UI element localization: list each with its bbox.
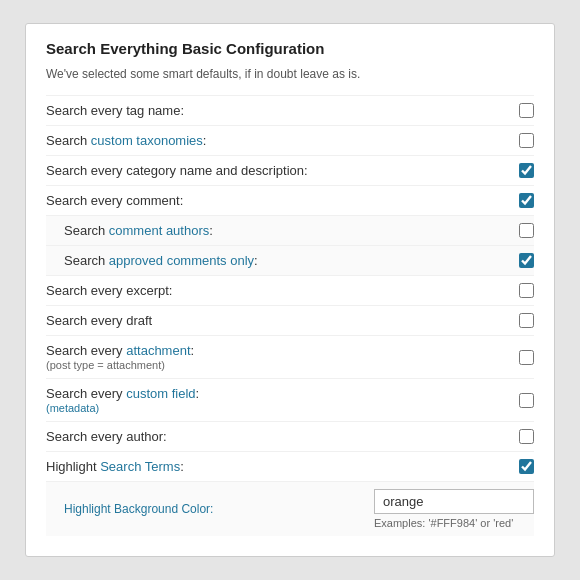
comment-authors-link: comment authors: [109, 223, 209, 238]
checkbox-highlight[interactable]: [519, 459, 534, 474]
label-custom-tax: Search custom taxonomies:: [46, 133, 498, 148]
row-comment-authors: Search comment authors:: [46, 215, 534, 245]
label-approved-comments: Search approved comments only:: [64, 253, 498, 268]
label-excerpt: Search every excerpt:: [46, 283, 498, 298]
highlight-link: Search Terms: [100, 459, 180, 474]
row-custom-tax: Search custom taxonomies:: [46, 125, 534, 155]
row-comment: Search every comment:: [46, 185, 534, 215]
checkbox-attachment[interactable]: [519, 350, 534, 365]
label-attachment: Search every attachment:(post type = att…: [46, 343, 498, 371]
card-subtitle: We've selected some smart defaults, if i…: [46, 67, 534, 81]
config-card: Search Everything Basic Configuration We…: [25, 23, 555, 557]
checkbox-approved-comments[interactable]: [519, 253, 534, 268]
custom-tax-link: custom taxonomies: [91, 133, 203, 148]
custom-field-link: custom field: [126, 386, 195, 401]
label-author: Search every author:: [46, 429, 498, 444]
label-highlight: Highlight Search Terms:: [46, 459, 498, 474]
row-highlight-color: Highlight Background Color: Examples: '#…: [46, 481, 534, 536]
doubt-link: if in doubt: [245, 67, 297, 81]
checkbox-wrap-draft: [498, 313, 534, 328]
label-highlight-color: Highlight Background Color:: [64, 502, 374, 516]
row-author: Search every author:: [46, 421, 534, 451]
checkbox-wrap-tag-name: [498, 103, 534, 118]
label-draft: Search every draft: [46, 313, 498, 328]
checkbox-excerpt[interactable]: [519, 283, 534, 298]
checkbox-custom-field[interactable]: [519, 393, 534, 408]
label-custom-field: Search every custom field:(metadata): [46, 386, 498, 414]
row-approved-comments: Search approved comments only:: [46, 245, 534, 275]
row-excerpt: Search every excerpt:: [46, 275, 534, 305]
attachment-link: attachment: [126, 343, 190, 358]
smart-defaults-link: some smart defaults: [130, 67, 238, 81]
checkbox-custom-tax[interactable]: [519, 133, 534, 148]
label-comment-authors: Search comment authors:: [64, 223, 498, 238]
highlight-input-wrap: Examples: '#FFF984' or 'red': [374, 489, 534, 529]
checkbox-wrap-comment: [498, 193, 534, 208]
checkbox-tag-name[interactable]: [519, 103, 534, 118]
approved-comments-link: approved comments only: [109, 253, 254, 268]
checkbox-wrap-attachment: [498, 350, 534, 365]
row-category: Search every category name and descripti…: [46, 155, 534, 185]
row-tag-name: Search every tag name:: [46, 95, 534, 125]
row-attachment: Search every attachment:(post type = att…: [46, 335, 534, 378]
checkbox-wrap-custom-tax: [498, 133, 534, 148]
card-title: Search Everything Basic Configuration: [46, 40, 534, 57]
row-custom-field: Search every custom field:(metadata): [46, 378, 534, 421]
checkbox-wrap-excerpt: [498, 283, 534, 298]
checkbox-wrap-highlight: [498, 459, 534, 474]
attachment-subtext: (post type = attachment): [46, 359, 498, 371]
highlight-color-input[interactable]: [374, 489, 534, 514]
checkbox-category[interactable]: [519, 163, 534, 178]
custom-field-subtext: (metadata): [46, 402, 498, 414]
row-draft: Search every draft: [46, 305, 534, 335]
checkbox-draft[interactable]: [519, 313, 534, 328]
label-category: Search every category name and descripti…: [46, 163, 498, 178]
checkbox-wrap-author: [498, 429, 534, 444]
row-highlight: Highlight Search Terms:: [46, 451, 534, 481]
checkbox-wrap-category: [498, 163, 534, 178]
checkbox-wrap-custom-field: [498, 393, 534, 408]
checkbox-wrap-approved-comments: [498, 253, 534, 268]
label-tag-name: Search every tag name:: [46, 103, 498, 118]
checkbox-comment-authors[interactable]: [519, 223, 534, 238]
checkbox-comment[interactable]: [519, 193, 534, 208]
checkbox-author[interactable]: [519, 429, 534, 444]
checkbox-wrap-comment-authors: [498, 223, 534, 238]
highlight-examples: Examples: '#FFF984' or 'red': [374, 517, 513, 529]
label-comment: Search every comment:: [46, 193, 498, 208]
